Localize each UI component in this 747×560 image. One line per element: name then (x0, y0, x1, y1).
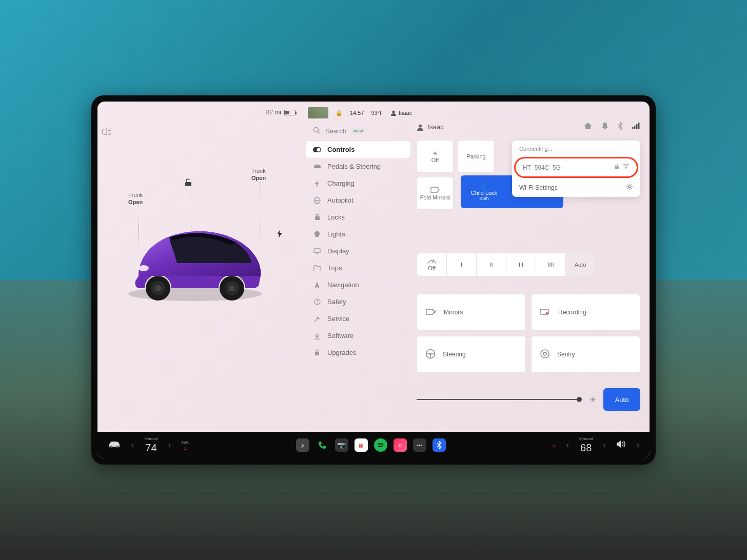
svg-rect-43 (615, 166, 619, 169)
lights-tile[interactable]: ☀ Off (417, 140, 454, 173)
svg-point-41 (541, 350, 549, 358)
steering-shortcut[interactable]: Steering (417, 336, 526, 373)
car-pane: 82 mi Frunk Open Trunk Open (97, 102, 303, 432)
parking-tile[interactable]: Parking (458, 140, 495, 173)
apple-music-app[interactable]: ♫ (394, 438, 407, 452)
more-apps[interactable]: ••• (413, 438, 426, 452)
driver-seat-heat[interactable]: Auto♨ (181, 440, 189, 451)
sidebar-item-software[interactable]: Software (306, 327, 410, 344)
music-app[interactable]: ♪ (296, 438, 309, 452)
wifi-settings-row[interactable]: Wi-Fi Settings (512, 178, 640, 197)
child-lock-button[interactable]: 👤 Child Lock Both (461, 175, 507, 208)
phone-app[interactable] (316, 438, 329, 452)
signal-icon[interactable] (632, 122, 640, 132)
lights-icon: ☀ (433, 150, 438, 157)
search-row[interactable]: Search NEW (306, 122, 410, 140)
svg-line-11 (318, 132, 320, 134)
controls-pane: Isaac ☀ Off Parking Fold Mirrors 👤 Child… (410, 102, 650, 432)
sidebar-item-autopilot[interactable]: Autopilot (306, 192, 410, 209)
wiper-controls: Off I II III IIII Auto (417, 253, 640, 276)
passenger-temp[interactable]: Manual68 (579, 436, 593, 454)
wiper-off[interactable]: Off (417, 253, 446, 276)
frunk-label[interactable]: Frunk Open (128, 191, 143, 206)
chevron-left-icon[interactable]: ‹ (566, 441, 569, 450)
chevron-right-icon[interactable]: › (168, 441, 171, 450)
svg-point-4 (155, 285, 161, 291)
sidebar-item-trips[interactable]: Trips (306, 259, 410, 276)
lock-icon (313, 214, 321, 221)
sidebar-item-controls[interactable]: Controls (306, 141, 410, 158)
svg-rect-27 (315, 352, 319, 355)
volume-icon[interactable] (616, 440, 626, 450)
upgrades-icon (313, 349, 321, 356)
spotify-app[interactable] (374, 438, 387, 452)
chevron-right-icon[interactable]: › (603, 441, 605, 450)
lock-status-icon[interactable]: 🔓 (336, 110, 343, 116)
bluetooth-app[interactable] (433, 438, 446, 452)
homelink-icon[interactable] (584, 122, 592, 132)
wifi-network-row[interactable]: HT_594C_5G (514, 157, 638, 178)
user-chip[interactable]: Isaac (390, 110, 412, 116)
car-render[interactable] (118, 214, 272, 307)
sentry-icon (540, 349, 550, 361)
svg-point-44 (625, 168, 626, 169)
sidebar-item-locks[interactable]: Locks (306, 209, 410, 226)
trips-icon (313, 265, 321, 271)
sentry-shortcut[interactable]: Sentry (531, 336, 640, 373)
sidebar-item-display[interactable]: Display (306, 243, 410, 259)
profile-selector[interactable]: Isaac (417, 123, 444, 131)
unlock-icon[interactable] (185, 178, 192, 189)
range-label: 82 mi (266, 109, 281, 116)
wiper-2[interactable]: II (476, 253, 506, 276)
wiper-1[interactable]: I (446, 253, 476, 276)
brightness-slider[interactable] (417, 399, 582, 400)
screen-bezel: 82 mi Frunk Open Trunk Open 🔓 14:57 93°F (91, 95, 656, 465)
svg-point-42 (543, 352, 546, 355)
driver-temp[interactable]: Manual74 (144, 436, 158, 454)
svg-point-9 (392, 111, 395, 113)
svg-point-13 (317, 148, 321, 151)
wiper-3[interactable]: III (506, 253, 536, 276)
wifi-popup: Connecting... HT_594C_5G Wi-Fi Settings (512, 141, 640, 197)
fold-mirrors-tile[interactable]: Fold Mirrors (417, 177, 454, 210)
sidebar-item-safety[interactable]: Safety (306, 293, 410, 310)
wiper-auto[interactable]: Auto (565, 253, 595, 276)
svg-point-7 (229, 285, 235, 291)
sidebar-item-lights[interactable]: Lights (306, 226, 410, 243)
outside-temp: 93°F (371, 110, 383, 116)
wiper-4[interactable]: IIII (536, 253, 565, 276)
bluetooth-icon[interactable] (618, 122, 623, 132)
calendar-app[interactable]: ▦ (355, 438, 368, 452)
brightness-icon: ☀ (589, 395, 596, 405)
chevron-left-icon[interactable]: ‹ (131, 441, 134, 450)
sidebar-item-service[interactable]: Service (306, 310, 410, 327)
display-icon (313, 248, 321, 254)
safety-icon (313, 298, 321, 305)
svg-rect-19 (315, 216, 320, 220)
mirrors-icon (425, 308, 437, 317)
sidebar-item-pedals-steering[interactable]: Pedals & Steering (306, 158, 410, 175)
passenger-seat-heat[interactable]: ♨ (552, 443, 556, 448)
mirrors-shortcut[interactable]: Mirrors (417, 294, 526, 331)
chevron-right-icon[interactable]: › (637, 441, 639, 450)
recording-shortcut[interactable]: Recording (531, 294, 640, 331)
brightness-auto-button[interactable]: Auto (603, 388, 640, 411)
sidebar-item-upgrades[interactable]: Upgrades (306, 344, 410, 361)
map-thumbnail[interactable] (308, 107, 328, 118)
headlight-icon[interactable] (102, 128, 112, 137)
notifications-icon[interactable] (601, 122, 608, 132)
software-icon (313, 332, 321, 339)
light-icon (313, 231, 321, 238)
trunk-label[interactable]: Trunk Open (251, 167, 266, 182)
camera-app[interactable]: 📷 (335, 438, 348, 452)
mirror-icon (430, 186, 440, 194)
svg-point-46 (110, 446, 112, 448)
nav-icon (313, 282, 321, 289)
charge-bolt-icon (277, 230, 282, 240)
wifi-status: Connecting... (512, 141, 640, 157)
seat-heat-icon: ♨ (183, 446, 187, 451)
car-icon[interactable] (108, 440, 121, 450)
app-tray: ♪ 📷 ▦ ♫ ••• (296, 438, 446, 452)
sidebar-item-navigation[interactable]: Navigation (306, 276, 410, 293)
sidebar-item-charging[interactable]: Charging (306, 175, 410, 192)
